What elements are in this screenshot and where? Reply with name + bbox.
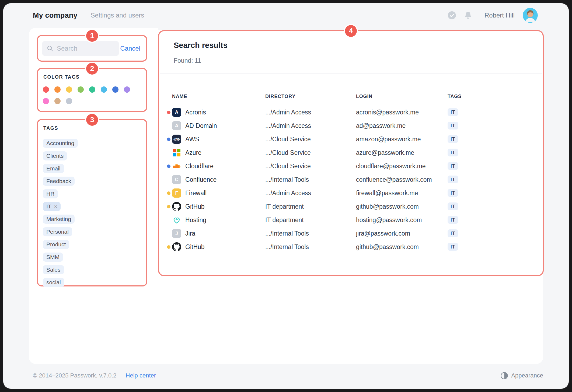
check-circle-icon[interactable] (447, 11, 456, 20)
color-tag-dot[interactable] (101, 86, 107, 93)
tag-chip[interactable]: IT× (43, 202, 61, 211)
tag-chip[interactable]: Accounting (43, 139, 78, 148)
table-row[interactable]: A Acronis .../Admin Access acronis@passw… (165, 106, 535, 119)
record-directory: .../Internal Tools (265, 243, 356, 251)
copyright-text: © 2014–2025 Passwork, v.7.0.2 (33, 372, 117, 379)
header: My company Settings and users (33, 3, 144, 27)
table-row[interactable]: Cloudflare .../Cloud Service cloudflare@… (165, 159, 535, 173)
color-tag-dot[interactable] (54, 98, 61, 104)
tag-chip[interactable]: social (43, 278, 64, 287)
table-row[interactable]: J Jira .../Internal Tools jira@passwork.… (165, 227, 535, 240)
table-row[interactable]: C Confluence .../Internal Tools confluen… (165, 173, 535, 186)
color-tags-list (43, 86, 141, 104)
record-tag: IT (448, 135, 458, 143)
table-row[interactable]: Azure .../Cloud Service azure@passwork.m… (165, 146, 535, 159)
column-header-login: LOGIN (356, 94, 448, 99)
page-title: Search results (174, 41, 532, 50)
annotation-badge-1: 1 (86, 30, 98, 42)
tag-chip-label: social (46, 279, 61, 286)
ad-domain-icon: A (172, 121, 181, 130)
footer: © 2014–2025 Passwork, v.7.0.2 Help cente… (33, 367, 543, 384)
record-login: azure@passwork.me (356, 149, 448, 156)
annotation-badge-4: 4 (345, 25, 357, 37)
table-row[interactable]: aws AWS .../Cloud Service amazon@passwor… (165, 132, 535, 146)
record-login: firewall@passwork.me (356, 190, 448, 197)
record-directory: .../Internal Tools (265, 176, 356, 183)
help-center-link[interactable]: Help center (126, 372, 156, 379)
tag-chip[interactable]: Sales (43, 265, 64, 274)
color-status-dot (167, 205, 170, 208)
record-directory: .../Internal Tools (265, 230, 356, 237)
cancel-button[interactable]: Cancel (120, 45, 140, 52)
aws-icon: aws (172, 135, 181, 144)
color-status-dot (167, 164, 170, 168)
color-status-dot (167, 245, 170, 249)
tag-chip[interactable]: Clients (43, 151, 67, 160)
tag-chip[interactable]: SMM (43, 253, 63, 262)
record-name: Hosting (185, 216, 206, 224)
record-tag: IT (448, 122, 458, 130)
record-name: Azure (185, 149, 201, 156)
record-login: github@passwork.com (356, 243, 448, 251)
user-name[interactable]: Robert Hill (484, 12, 515, 19)
tags-section: 3 TAGS AccountingClientsEmailFeedbackHRI… (37, 119, 147, 286)
color-tag-dot[interactable] (43, 86, 49, 93)
tag-chip[interactable]: Personal (43, 227, 72, 236)
color-tags-section: 2 COLOR TAGS (37, 68, 147, 112)
tag-chip[interactable]: HR (43, 189, 58, 198)
tag-chip-label: Feedback (46, 178, 71, 184)
color-status-dot (167, 138, 170, 141)
record-login: cloudflare@passwork.me (356, 163, 448, 170)
tag-chip[interactable]: Feedback (43, 177, 75, 186)
color-status-dot (167, 191, 170, 195)
tag-chip-label: Marketing (46, 216, 71, 222)
table-row[interactable]: GitHub IT department github@passwork.com… (165, 200, 535, 213)
record-tag: IT (448, 189, 458, 197)
table-row[interactable]: F Firewall .../Admin Access firewall@pas… (165, 186, 535, 200)
color-tag-dot[interactable] (78, 86, 84, 93)
tags-title: TAGS (43, 125, 141, 131)
table-header-row: NAME DIRECTORY LOGIN TAGS (165, 90, 535, 102)
remove-tag-icon[interactable]: × (54, 204, 57, 210)
color-tag-dot[interactable] (66, 98, 72, 104)
record-directory: IT department (265, 203, 356, 210)
table-row[interactable]: GitHub .../Internal Tools github@passwor… (165, 240, 535, 254)
tag-chip[interactable]: Marketing (43, 215, 75, 224)
tag-chip-label: HR (46, 191, 54, 197)
column-header-tags: TAGS (448, 94, 535, 99)
color-tag-dot[interactable] (43, 98, 49, 104)
appearance-toggle[interactable]: Appearance (501, 372, 543, 379)
color-tag-dot[interactable] (112, 86, 118, 93)
tag-chip-label: Clients (46, 153, 64, 159)
table-row[interactable]: Hosting IT department hosting@passwork.c… (165, 213, 535, 227)
hosting-icon (172, 215, 181, 225)
color-tag-dot[interactable] (89, 86, 95, 93)
appearance-icon (501, 372, 508, 379)
bell-icon[interactable] (464, 11, 472, 20)
tag-chip[interactable]: Product (43, 240, 69, 249)
record-tag: IT (448, 162, 458, 170)
record-name: Firewall (185, 190, 207, 197)
record-name: GitHub (185, 203, 205, 210)
table-row[interactable]: A AD Domain .../Admin Access ad@passwork… (165, 119, 535, 132)
search-input[interactable]: Search (42, 41, 119, 56)
color-tag-dot[interactable] (54, 86, 61, 93)
record-tag: IT (448, 216, 458, 224)
tag-chip[interactable]: Email (43, 164, 64, 173)
color-status-dot (167, 111, 170, 114)
record-name: Jira (185, 230, 195, 237)
color-tag-dot[interactable] (124, 86, 130, 93)
color-tag-dot[interactable] (66, 86, 72, 93)
company-name[interactable]: My company (33, 11, 78, 20)
record-login: github@passwork.com (356, 203, 448, 210)
tag-chip-label: Accounting (46, 140, 74, 146)
record-login: acronis@passwork.me (356, 109, 448, 116)
record-directory: IT department (265, 216, 356, 224)
record-name: AD Domain (185, 122, 217, 130)
record-tag: IT (448, 202, 458, 210)
search-icon (47, 45, 53, 52)
acronis-icon: A (172, 108, 181, 117)
column-header-directory: DIRECTORY (265, 94, 356, 99)
user-avatar[interactable] (523, 8, 538, 23)
github-icon (172, 242, 181, 251)
